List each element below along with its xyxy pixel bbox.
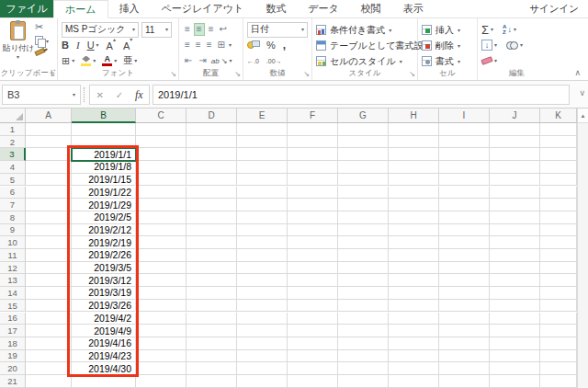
cell-D8[interactable] xyxy=(187,211,237,224)
cell-C2[interactable] xyxy=(136,136,187,149)
cell-J6[interactable] xyxy=(490,187,540,200)
cell-J7[interactable] xyxy=(490,199,540,211)
cell-A6[interactable] xyxy=(26,187,72,200)
cell-H19[interactable] xyxy=(389,350,439,363)
cell-J17[interactable] xyxy=(490,325,540,337)
select-all-button[interactable] xyxy=(0,108,26,123)
cell-K5[interactable] xyxy=(540,174,577,187)
cell-E1[interactable] xyxy=(237,123,288,136)
cell-C14[interactable] xyxy=(136,287,187,300)
row-header-4[interactable]: 4 xyxy=(0,161,26,174)
cell-D14[interactable] xyxy=(187,287,237,300)
cell-G11[interactable] xyxy=(338,249,389,262)
cell-D15[interactable] xyxy=(187,300,237,313)
cell-E14[interactable] xyxy=(237,287,288,300)
cell-E6[interactable] xyxy=(237,187,288,200)
cell-J2[interactable] xyxy=(490,136,540,149)
cell-D6[interactable] xyxy=(187,187,237,200)
row-header-13[interactable]: 13 xyxy=(0,274,26,287)
cell-F21[interactable] xyxy=(288,375,338,388)
cell-A12[interactable] xyxy=(26,262,72,275)
cell-A8[interactable] xyxy=(26,211,72,224)
font-name-select[interactable]: MS Pゴシック▾ xyxy=(62,22,139,38)
cell-K18[interactable] xyxy=(540,337,577,350)
cell-I2[interactable] xyxy=(439,136,490,149)
cell-E13[interactable] xyxy=(237,274,288,287)
cell-A2[interactable] xyxy=(26,136,72,149)
cell-C21[interactable] xyxy=(136,375,187,388)
comma-style-button[interactable]: , xyxy=(283,39,286,51)
cell-J21[interactable] xyxy=(490,375,540,388)
cell-G20[interactable] xyxy=(338,362,389,375)
cell-C16[interactable] xyxy=(136,313,187,325)
cell-D20[interactable] xyxy=(187,362,237,375)
cell-J1[interactable] xyxy=(490,123,540,136)
cell-K10[interactable] xyxy=(540,236,577,249)
cell-G8[interactable] xyxy=(338,211,389,224)
tab-校閲[interactable]: 校閲 xyxy=(350,0,392,17)
cell-E20[interactable] xyxy=(237,362,288,375)
increase-font-button[interactable]: A▴ xyxy=(107,40,116,51)
cut-icon[interactable]: ✂ xyxy=(35,22,49,32)
cell-C6[interactable] xyxy=(136,187,187,200)
cell-F14[interactable] xyxy=(288,287,338,300)
autosum-button[interactable]: Σ▾ xyxy=(481,24,493,36)
cell-D3[interactable] xyxy=(187,148,237,161)
cell-C7[interactable] xyxy=(136,199,187,211)
bold-button[interactable]: B xyxy=(62,40,69,51)
row-header-10[interactable]: 10 xyxy=(0,236,26,249)
cell-D12[interactable] xyxy=(187,262,237,275)
cancel-entry-icon[interactable]: ✕ xyxy=(96,90,103,100)
cell-J16[interactable] xyxy=(490,313,540,325)
cell-C3[interactable] xyxy=(136,148,187,161)
cell-E4[interactable] xyxy=(237,161,288,174)
alignment-dialog-launcher[interactable]: ↘ xyxy=(234,71,241,78)
row-header-21[interactable]: 21 xyxy=(0,375,26,388)
cell-J12[interactable] xyxy=(490,262,540,275)
cell-F17[interactable] xyxy=(288,325,338,337)
cell-D10[interactable] xyxy=(187,236,237,249)
cell-H11[interactable] xyxy=(389,249,439,262)
cell-E5[interactable] xyxy=(237,174,288,187)
cell-E17[interactable] xyxy=(237,325,288,337)
sort-filter-button[interactable]: AZ↓▾ xyxy=(503,24,516,35)
conditional-formatting-button[interactable]: 条件付き書式▾ xyxy=(316,23,391,37)
cell-F12[interactable] xyxy=(288,262,338,275)
cell-K3[interactable] xyxy=(540,148,577,161)
cell-K21[interactable] xyxy=(540,375,577,388)
cell-H12[interactable] xyxy=(389,262,439,275)
font-color-button[interactable]: A▾ xyxy=(102,55,117,66)
cell-A14[interactable] xyxy=(26,287,72,300)
row-header-8[interactable]: 8 xyxy=(0,211,26,224)
name-box-caret[interactable]: ▾ xyxy=(73,92,75,97)
row-header-16[interactable]: 16 xyxy=(0,313,26,325)
cell-A10[interactable] xyxy=(26,236,72,249)
tab-ページレイアウト[interactable]: ページレイアウト xyxy=(151,0,255,17)
cell-H6[interactable] xyxy=(389,187,439,200)
collapse-ribbon-button[interactable]: ∧ xyxy=(574,68,581,77)
cell-H1[interactable] xyxy=(389,123,439,136)
tab-数式[interactable]: 数式 xyxy=(254,0,297,17)
cell-H14[interactable] xyxy=(389,287,439,300)
fill-button[interactable]: ↓▾ xyxy=(481,40,497,51)
cell-G1[interactable] xyxy=(338,123,389,136)
cell-F2[interactable] xyxy=(288,136,338,149)
tab-ホーム[interactable]: ホーム xyxy=(53,0,108,18)
cell-J5[interactable] xyxy=(490,174,540,187)
cell-E19[interactable] xyxy=(237,350,288,363)
cell-A5[interactable] xyxy=(26,174,72,187)
row-header-9[interactable]: 9 xyxy=(0,224,26,237)
cell-J9[interactable] xyxy=(490,224,540,237)
cell-C5[interactable] xyxy=(136,174,187,187)
decrease-indent-button[interactable]: ⇤ xyxy=(183,55,194,66)
cell-I6[interactable] xyxy=(439,187,490,200)
column-header-C[interactable]: C xyxy=(136,108,187,123)
cell-H21[interactable] xyxy=(389,375,439,388)
cell-H17[interactable] xyxy=(389,325,439,337)
number-dialog-launcher[interactable]: ↘ xyxy=(303,71,310,78)
tab-file[interactable]: ファイル xyxy=(0,0,53,17)
cell-K20[interactable] xyxy=(540,362,577,375)
cell-I15[interactable] xyxy=(439,300,490,313)
cell-E21[interactable] xyxy=(237,375,288,388)
cell-C12[interactable] xyxy=(136,262,187,275)
